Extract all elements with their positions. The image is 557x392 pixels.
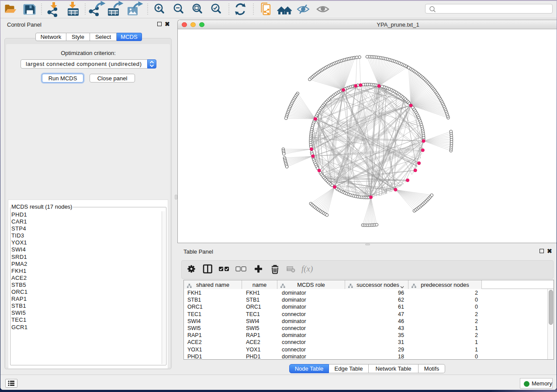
svg-text:f(x): f(x) [301, 264, 313, 274]
